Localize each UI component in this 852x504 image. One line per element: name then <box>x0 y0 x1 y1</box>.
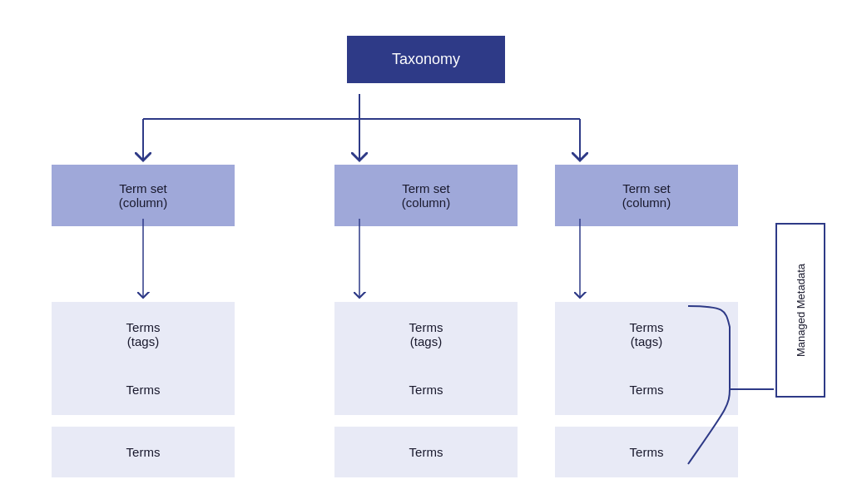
terms-col3-row1: Terms(tags) <box>555 302 738 367</box>
taxonomy-box: Taxonomy <box>347 36 505 83</box>
terms-col1-row1-label: Terms(tags) <box>126 320 161 348</box>
taxonomy-label: Taxonomy <box>392 51 460 67</box>
arrows-overlay <box>27 19 825 485</box>
term-set-1-label: Term set(column) <box>119 181 167 210</box>
terms-col2-row3-label: Terms <box>409 445 443 459</box>
terms-col3-row1-label: Terms(tags) <box>630 320 664 348</box>
term-set-2-label: Term set(column) <box>402 181 450 210</box>
terms-col2-row1: Terms(tags) <box>334 302 518 367</box>
terms-col3-row3-label: Terms <box>630 445 664 459</box>
terms-col3-row2-label: Terms <box>630 383 664 397</box>
managed-metadata-label: Managed Metadata <box>795 264 807 357</box>
terms-col1-row3-label: Terms <box>126 445 161 459</box>
term-set-3-label: Term set(column) <box>622 181 671 210</box>
term-set-3: Term set(column) <box>555 165 738 226</box>
terms-col2-row2-label: Terms <box>409 383 443 397</box>
term-set-2: Term set(column) <box>334 165 518 226</box>
managed-metadata-box: Managed Metadata <box>775 223 825 398</box>
terms-col2-row1-label: Terms(tags) <box>409 320 443 348</box>
terms-col3-row3: Terms <box>555 427 738 477</box>
terms-col3-row2: Terms <box>555 364 738 415</box>
terms-col2-row2: Terms <box>334 364 518 415</box>
terms-col2-row3: Terms <box>334 427 518 477</box>
terms-col1-row2: Terms <box>52 364 235 415</box>
terms-col1-row1: Terms(tags) <box>52 302 235 367</box>
term-set-1: Term set(column) <box>52 165 235 226</box>
diagram-container: Taxonomy Term set(column) Term set(colum… <box>27 19 825 485</box>
terms-col1-row2-label: Terms <box>126 383 161 397</box>
terms-col1-row3: Terms <box>52 427 235 477</box>
